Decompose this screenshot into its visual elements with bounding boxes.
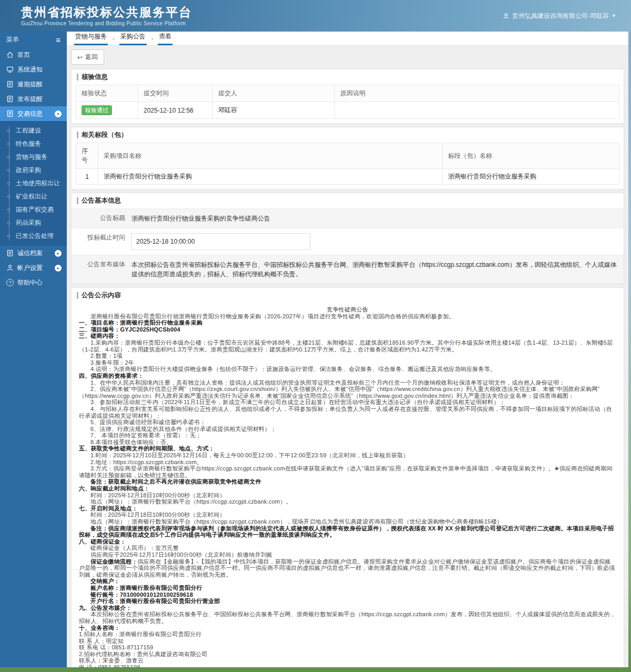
diamond-bullet-icon: ◇ (7, 177, 10, 190)
content-line: 5、提供供应商诚信经营和诚信履约承诺书； (79, 419, 616, 426)
project-name-cell: 浙商银行贵阳分行物业服务采购 (98, 169, 443, 185)
sidebar-item-help-center[interactable]: ? 帮助中心 (0, 275, 67, 290)
content-line: 8.本项目接受联合体响应：否。 (79, 439, 616, 446)
info-row-media: 公告发布媒体 本次招标公告在贵州省招标投标公共服务平台、中国招标投标公共服务平台… (72, 255, 624, 284)
sidebar-item-trade-info[interactable]: 交易信息 ▾ (0, 106, 67, 121)
sidebar-item-label: 发布提醒 (17, 95, 62, 104)
bid-deadline-value: 2025-12-18 10:00:00 (131, 233, 310, 250)
section-title: 公告公示内容 (72, 288, 624, 303)
sidebar-subitem-mining-rights[interactable]: ◇矿业权出让 (0, 190, 67, 203)
content-line: 4.说明：为浙商银行贵阳分行大楼提供物业服务（包括但不限于）：设施设备运行管理、… (79, 366, 616, 373)
content-line: 三、磋商内容： (79, 333, 616, 339)
chevron-right-icon: ▸ (55, 250, 62, 257)
subitem-label: 特色服务 (16, 140, 41, 147)
content-line: 时间：2025年12月18日10时00分00秒（北京时间） (79, 511, 616, 518)
col-header: 标段（包）名称 (443, 143, 619, 169)
home-icon (6, 51, 14, 58)
sidebar-item-overdue-reminder[interactable]: 逾期提醒 (0, 77, 67, 92)
sidebar-item-home[interactable]: 首页 (0, 47, 67, 62)
chevron-down-icon: ▼ (612, 13, 616, 18)
app-title: 贵州省招标投标公共服务平台 (21, 5, 192, 20)
sidebar-subitem-goods-services[interactable]: ◇货物与服务 (0, 151, 67, 164)
package-name-cell: 浙商银行贵阳分行物业服务采购 (443, 169, 619, 185)
sidebar-item-label: 交易信息 (17, 109, 51, 118)
content-line: 2.招标代理机构名称：贵州弘典建设咨询有限公司 (79, 651, 616, 658)
verification-section: 核验信息 核验状态 提交时间 提交人 原因说明 核验通过 2025-12-10 … (71, 69, 624, 124)
content-line: 1.时间：2025年12月10日至2025年12月16日，每天上午00:00至1… (79, 452, 616, 459)
breadcrumb-goods-services[interactable]: 货物与服务 (74, 32, 108, 45)
diamond-bullet-icon: ◇ (7, 190, 10, 203)
content-line: 3.方式：供应商登录浙商银行数智采购平台https://ccgp.szcgpt.… (79, 465, 616, 478)
content-line: 十、业务咨询： (79, 625, 616, 631)
sidebar-item-label: 帮助中心 (17, 278, 62, 287)
toolbar: ↩ 返回 (67, 46, 628, 66)
content-line: 一、项目名称：浙商银行贵阳分行物业服务采购 (79, 319, 616, 326)
content-line: 2、供应商未被“中国执行信息公开网”（https://zxgk.court.go… (79, 386, 616, 399)
info-row-deadline: 投标截止时间 2025-12-18 10:00:00 (72, 228, 624, 255)
breadcrumb-view[interactable]: 查看 (158, 32, 172, 45)
content-line: 交纳账户： (79, 578, 616, 585)
subitem-label: 政府采购 (16, 166, 41, 174)
content-line: 备注：获取截止时间之后不再允许潜在供应商获取竞争性磋商文件 (79, 478, 616, 485)
section-title: 核验信息 (72, 69, 624, 85)
field-label: 公告标题 (72, 209, 130, 228)
content-line: 3、参加招标活动前三年内（2022年11月1日至今，新成立不满三年的公司自成立之… (79, 399, 616, 406)
content-line: 3.服务年限：2年 (79, 359, 616, 366)
content-line: 联 系电 话：0851-87117159 (79, 644, 616, 651)
content-line: 保证金缴纳流程：供应商在【金融服务】-【我的项目】中找到本项目，获取唯一的保证金… (79, 558, 616, 578)
sidebar-item-label: 系统通知 (17, 65, 62, 74)
sidebar-subitem-state-property[interactable]: ◇国有产权交易 (0, 203, 67, 216)
sidebar-subitem-drug-procurement[interactable]: ◇药品采购 (0, 216, 67, 229)
document-icon (6, 95, 14, 103)
related-sections-section: 相关标段（包） 序号 采购项目名称 标段（包）名称 1 浙商银行贵阳分行物业服务… (71, 127, 624, 189)
field-label: 公告发布媒体 (72, 255, 130, 284)
breadcrumb-procurement-notice[interactable]: 采购公告 (119, 32, 147, 45)
content-line: 银行账号：7010000010120100259618 (79, 591, 616, 598)
content-line: 地点（网址）：浙商银行数智采购平台（https://ccgp.szcgpt.cz… (79, 498, 616, 505)
content-line: 开户行名：浙商银行股份有限公司贵阳分行营业部 (79, 598, 616, 605)
subitem-label: 药品采购 (16, 219, 41, 226)
user-menu[interactable]: 贵州弘典建设咨询有限公司-邓廷容 ▼ (503, 12, 616, 21)
sidebar-subitem-gov-procurement[interactable]: ◇政府采购 (0, 164, 67, 177)
sidebar-subitem-engineering[interactable]: ◇工程建设 (0, 124, 67, 137)
sidebar-item-publish-reminder[interactable]: 发布提醒 (0, 92, 67, 106)
diamond-bullet-icon: ◇ (7, 203, 10, 216)
content-line: 账户名称：浙商银行股份有限公司贵阳分行 (79, 585, 616, 591)
subitem-label: 矿业权出让 (16, 193, 47, 200)
publish-media-value: 本次招标公告在贵州省招标投标公共服务平台、中国招标投标公共服务平台网、浙商银行数… (130, 255, 624, 284)
submit-time-cell: 2025-12-10 12:56 (138, 102, 213, 119)
diamond-bullet-icon: ◇ (7, 216, 10, 229)
subitem-label: 货物与服务 (16, 153, 47, 161)
section-title-text: 公告基本信息 (82, 196, 121, 205)
breadcrumb: 货物与服务 › 采购公告 › 查看 (67, 32, 628, 46)
col-header: 采购项目名称 (98, 143, 443, 169)
announcement-content-body: 竞争性磋商公告浙商银行股份有限公司贵阳分行就浙商银行贵阳分行物业服务采购（202… (72, 303, 624, 667)
col-header: 核验状态 (76, 85, 138, 102)
field-label: 投标截止时间 (72, 228, 130, 255)
content-line: 七、开启时间及地点： (79, 505, 616, 512)
content-line: 1.采购内容：浙商银行贵阳分行本级办公楼：位于贵阳市云岩区延安中路88号，主楼2… (79, 339, 616, 353)
sidebar-subitem-published-handling[interactable]: ◇已发公告处理 (0, 229, 67, 243)
diamond-bullet-icon: ◇ (7, 151, 10, 164)
content-line: 联 系 人：明定知 (79, 638, 616, 645)
document-icon (6, 81, 14, 88)
hamburger-icon[interactable]: ≡ (56, 35, 60, 44)
content-line: 1、在中华人民共和国境内注册，具有独立法人资格：提供法人或其他组织的营业执照等证… (79, 379, 616, 386)
sidebar-item-system-notice[interactable]: 系统通知 (0, 62, 67, 77)
app-subtitle: GuiZhou Province Tendering and Bidding P… (21, 21, 192, 26)
section-title: 相关标段（包） (72, 127, 624, 143)
sidebar-item-account-settings[interactable]: 帐户设置 ▸ (0, 260, 67, 275)
status-badge: 核验通过 (82, 105, 112, 115)
sidebar-item-integrity[interactable]: 诚信档案 ▸ (0, 246, 67, 260)
sidebar-subitem-land-use[interactable]: ◇土地使用权出让 (0, 177, 67, 190)
subitem-label: 土地使用权出让 (16, 179, 60, 187)
subitem-label: 已发公告处理 (16, 232, 54, 239)
sidebar-item-label: 帐户设置 (17, 264, 51, 273)
app-header: 贵州省招标投标公共服务平台 GuiZhou Province Tendering… (0, 0, 631, 32)
user-name: 贵州弘典建设咨询有限公司-邓廷容 (512, 12, 609, 21)
content-line: 浙商银行股份有限公司贵阳分行就浙商银行贵阳分行物业服务采购（2026-2027年… (79, 313, 616, 320)
content-line: 1.招标人名称：浙商银行股份有限公司贵阳分行 (79, 631, 616, 638)
back-button[interactable]: ↩ 返回 (71, 49, 104, 65)
announcement-title-value: 浙商银行贵阳分行物业服务采购的竞争性磋商公告 (130, 209, 624, 228)
sidebar-subitem-featured-services[interactable]: ◇特色服务 (0, 137, 67, 151)
